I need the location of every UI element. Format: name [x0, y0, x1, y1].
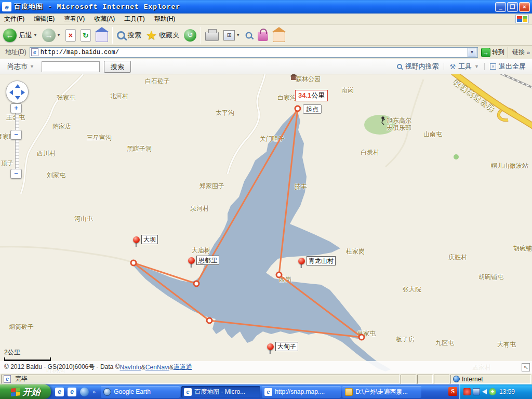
taskbar-task-button[interactable]: ehttp://snap.map.... [262, 386, 341, 398]
exit-fullscreen-icon: × [490, 63, 496, 70]
zoom-slider-track[interactable] [15, 109, 19, 172]
menu-item[interactable]: 帮助(H) [154, 15, 176, 23]
messenger-button[interactable] [273, 32, 285, 42]
history-button[interactable]: ↺ [184, 29, 196, 42]
pin-icon [133, 236, 140, 243]
search-in-view-label: 视野内搜索 [405, 62, 438, 71]
tools-dropdown-icon: ▼ [474, 64, 479, 69]
map-scale: 2公里 [4, 348, 51, 361]
shopping-button[interactable] [258, 32, 268, 41]
scale-bar [4, 357, 51, 361]
map-tools-button[interactable]: ⚒ 工具 ▼ [449, 62, 479, 71]
city-selector[interactable]: 尚志市 ▼ [7, 62, 34, 71]
route-point[interactable] [276, 272, 282, 277]
quicklaunch-chevron-icon[interactable]: » [92, 389, 96, 395]
menu-item[interactable]: 收藏(A) [94, 15, 115, 23]
favorites-button[interactable]: ★ 收藏夹 [146, 30, 180, 41]
pin-label: 大坝 [141, 235, 158, 244]
pan-northwest-icon[interactable]: ↖ [522, 363, 530, 371]
map-canvas[interactable]: 白石砬子张家屯北河村太平沟森林公园白家沟南岗旭东高尔 夫俱乐部山南屯白炭村帽儿山… [0, 74, 532, 373]
taskbar-task-button[interactable]: e百度地图 - Micro... [181, 386, 260, 398]
system-tray: + 13:59 [459, 384, 532, 399]
minimize-button[interactable]: _ [495, 2, 506, 12]
go-button[interactable]: → 转到 [481, 48, 504, 57]
start-button[interactable]: 开始 [0, 384, 51, 399]
exit-fullscreen-button[interactable]: × 退出全屏 [490, 62, 526, 71]
window-title: 百度地图 - Microsoft Internet Explorer [14, 2, 494, 11]
volume-icon[interactable] [482, 389, 487, 394]
map-pan-control[interactable] [6, 81, 29, 103]
zoom-slider-thumb[interactable]: − [10, 130, 22, 140]
globe-icon [103, 388, 111, 396]
home-button[interactable] [96, 32, 108, 42]
route-point[interactable] [207, 318, 212, 323]
go-label: 转到 [492, 48, 504, 57]
address-label: 地址(D) [5, 48, 26, 57]
pan-left-icon[interactable] [9, 90, 13, 95]
ie-window: e 百度地图 - Microsoft Internet Explorer _ ❐… [0, 0, 532, 399]
copyright-text: © 2012 Baidu - GS(2010)6006号 - Data © [4, 363, 119, 371]
route-distance-badge: 34.1公里 [295, 90, 328, 101]
route-point[interactable] [359, 335, 364, 340]
globe-quicklaunch-icon[interactable] [80, 388, 89, 396]
search-icon [117, 31, 125, 39]
maximize-button[interactable]: ❐ [507, 2, 518, 12]
taskbar-task-button[interactable]: D:\户外\走遍西泉... [342, 386, 421, 398]
favorites-label: 收藏夹 [159, 31, 179, 40]
taskbar-task-button[interactable]: Google Earth [101, 386, 180, 398]
pan-down-icon[interactable] [15, 96, 20, 100]
menu-item[interactable]: 工具(T) [124, 15, 144, 23]
forward-dropdown-icon[interactable]: ▼ [57, 33, 61, 37]
security-zone-pane: Internet [450, 375, 531, 384]
status-pane-empty [401, 375, 416, 384]
status-page-icon: e [4, 375, 11, 383]
tray-input-icon[interactable] [473, 388, 480, 395]
route-point[interactable] [131, 260, 136, 265]
search-label: 搜索 [128, 31, 141, 40]
ie-alt-quicklaunch-icon[interactable]: e [68, 388, 76, 396]
back-button[interactable]: ← 后退 ▼ [3, 29, 37, 42]
task-label: D:\户外\走遍西泉... [355, 388, 408, 396]
copyright-link[interactable]: CenNavi [145, 364, 169, 371]
zoom-in-button[interactable]: + [10, 103, 22, 113]
close-button[interactable]: × [519, 2, 530, 12]
address-input[interactable]: e http://map.baidu.com/ ▼ [30, 47, 478, 58]
tray-green-icon[interactable]: + [489, 388, 496, 395]
copyright-link[interactable]: NavInfo [119, 364, 141, 371]
task-buttons: Google Earthe百度地图 - Micro...ehttp://snap… [100, 384, 447, 399]
address-dropdown-icon[interactable]: ▼ [468, 48, 476, 57]
ie-icon: e [184, 388, 192, 396]
stop-button[interactable]: × [65, 29, 76, 42]
ie-quicklaunch-icon[interactable]: e [55, 388, 64, 396]
research-button[interactable] [246, 32, 252, 38]
menu-item[interactable]: 编辑(E) [34, 15, 55, 23]
tray-red-icon[interactable] [463, 388, 471, 395]
pin-label: 大甸子 [275, 342, 298, 351]
copyright-separator: & [141, 364, 145, 371]
links-button[interactable]: 链接 » [508, 47, 530, 58]
status-text: 完毕 [15, 375, 28, 383]
zoom-out-button[interactable]: − [10, 169, 22, 179]
print-button[interactable] [205, 32, 219, 41]
route-start-point[interactable] [295, 106, 300, 111]
refresh-button[interactable]: ↻ [81, 29, 91, 42]
task-label: Google Earth [114, 388, 151, 395]
copyright-link[interactable]: 道道通 [174, 363, 192, 371]
forward-button[interactable]: → ▼ [42, 29, 61, 42]
status-pane: e 完毕 [1, 375, 400, 384]
pan-right-icon[interactable] [21, 90, 25, 95]
map-search-input[interactable] [42, 61, 100, 72]
exit-fullscreen-label: 退出全屏 [499, 62, 526, 71]
menu-item[interactable]: 查看(V) [64, 15, 85, 23]
back-dropdown-icon[interactable]: ▼ [33, 33, 37, 37]
menu-item[interactable]: 文件(F) [4, 15, 24, 23]
search-in-view-button[interactable]: 视野内搜索 [397, 62, 438, 71]
search-button[interactable]: 搜索 [117, 31, 141, 40]
pan-up-icon[interactable] [15, 84, 20, 88]
sogou-icon[interactable]: S [448, 387, 457, 396]
route-point[interactable] [194, 281, 199, 286]
edit-button[interactable]: ⊞ ▼ [223, 30, 240, 41]
tray-clock: 13:59 [499, 388, 515, 395]
map-search-button[interactable]: 搜索 [104, 61, 131, 73]
edit-dropdown-icon[interactable]: ▼ [236, 33, 240, 37]
